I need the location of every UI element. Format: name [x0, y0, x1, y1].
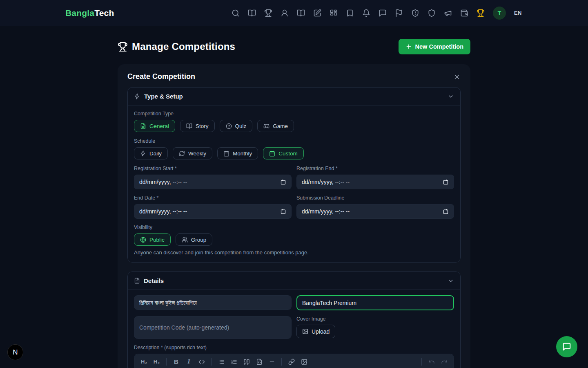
visibility-public-button[interactable]: Public [134, 233, 171, 246]
registration-start-input[interactable]: dd/mm/yyyy, --:-- -- [134, 175, 292, 189]
edit-icon[interactable] [313, 9, 321, 17]
heading-3-button[interactable]: H₃ [151, 356, 162, 367]
registration-end-input[interactable]: dd/mm/yyyy, --:-- -- [296, 175, 454, 189]
gamepad-icon [263, 123, 270, 129]
brand-logo[interactable]: BanglaTech [65, 8, 114, 18]
bullet-list-button[interactable] [216, 356, 227, 367]
section-details: Details Cover Image Upload [127, 272, 461, 368]
details-title: Details [144, 277, 444, 284]
brand-first: Bangla [65, 8, 94, 18]
main-content: Manage Competitions New Competition Crea… [118, 38, 470, 368]
visibility-options: Public Group [134, 233, 454, 246]
search-icon[interactable] [232, 9, 240, 17]
file-text-icon [140, 123, 146, 129]
file-text-icon [134, 278, 140, 284]
dev-badge[interactable]: N [7, 344, 23, 360]
redo-button[interactable] [439, 356, 450, 367]
chevron-down-icon [448, 278, 454, 284]
description-label: Description * (supports rich text) [134, 345, 454, 350]
type-setup-title: Type & Setup [144, 93, 444, 100]
upload-button[interactable]: Upload [296, 325, 335, 338]
schedule-custom-button[interactable]: Custom [263, 147, 304, 159]
page-trophy-icon [118, 42, 128, 52]
end-date-label: End Date * [134, 195, 292, 201]
submission-deadline-input[interactable]: dd/mm/yyyy, --:-- -- [296, 204, 454, 219]
flag-icon[interactable] [395, 9, 403, 17]
type-general-button[interactable]: General [134, 120, 175, 132]
visibility-label: Visibility [134, 224, 454, 230]
type-setup-header[interactable]: Type & Setup [128, 88, 460, 105]
toolbar-divider [281, 358, 282, 366]
dashboard-grid-icon[interactable] [330, 9, 338, 17]
megaphone-icon[interactable] [444, 9, 452, 17]
new-competition-button[interactable]: New Competition [399, 39, 470, 54]
schedule-weekly-button[interactable]: Weekly [173, 147, 212, 159]
visibility-help-text: Anyone can discover and join this compet… [134, 249, 454, 256]
book-open-icon[interactable] [248, 9, 256, 17]
zap-icon [140, 150, 146, 157]
link-button[interactable] [286, 356, 297, 367]
visibility-group-button[interactable]: Group [176, 233, 213, 246]
toolbar-divider [166, 358, 167, 366]
schedule-options: Daily Weekly Monthly Custom [134, 147, 454, 159]
trophy-icon[interactable] [264, 9, 272, 17]
title-bangla-input[interactable] [134, 295, 292, 310]
type-game-button[interactable]: Game [257, 120, 294, 132]
registration-start-label: Registration Start * [134, 166, 292, 171]
section-type-setup: Type & Setup Competition Type General St… [127, 87, 461, 263]
book-open-icon [186, 123, 192, 129]
page-title: Manage Competitions [132, 41, 235, 52]
bell-icon[interactable] [362, 9, 370, 17]
competition-type-options: General Story Quiz Game [134, 120, 454, 132]
schedule-monthly-button[interactable]: Monthly [217, 147, 258, 159]
insert-image-button[interactable] [298, 356, 310, 367]
rich-text-editor: H₂ H₃ B I [134, 354, 454, 368]
chat-icon[interactable] [379, 9, 387, 17]
language-toggle[interactable]: EN [514, 10, 522, 16]
calendar-picker-icon[interactable] [280, 179, 286, 185]
heading-2-button[interactable]: H₂ [138, 356, 149, 367]
editor-toolbar: H₂ H₃ B I [134, 354, 454, 368]
avatar[interactable]: T [493, 7, 506, 20]
trophy-active-icon[interactable] [477, 9, 485, 17]
chat-fab-button[interactable] [556, 336, 577, 357]
end-date-input[interactable]: dd/mm/yyyy, --:-- -- [134, 204, 292, 219]
refresh-icon [179, 150, 185, 157]
schedule-label: Schedule [134, 138, 454, 144]
bold-button[interactable]: B [171, 356, 182, 367]
new-competition-label: New Competition [415, 43, 463, 50]
code-block-button[interactable] [254, 356, 265, 367]
type-quiz-button[interactable]: Quiz [220, 120, 253, 132]
calendar-picker-icon[interactable] [443, 179, 449, 185]
horizontal-rule-button[interactable] [266, 356, 277, 367]
undo-button[interactable] [426, 356, 437, 367]
blockquote-button[interactable] [241, 356, 252, 367]
shield-icon[interactable] [428, 9, 436, 17]
ordered-list-button[interactable] [228, 356, 239, 367]
brand-second: Tech [94, 8, 114, 18]
calendar-picker-icon[interactable] [443, 209, 449, 215]
create-competition-panel: Create Competition Type & Setup Competit… [118, 64, 470, 368]
calendar-icon [269, 150, 275, 157]
users-icon [182, 237, 188, 243]
type-story-button[interactable]: Story [180, 120, 215, 132]
title-english-input[interactable] [296, 295, 454, 310]
schedule-daily-button[interactable]: Daily [134, 147, 168, 159]
inline-code-button[interactable] [196, 356, 207, 367]
calendar-picker-icon[interactable] [280, 209, 286, 215]
competition-type-label: Competition Type [134, 111, 454, 117]
close-icon[interactable] [453, 73, 461, 81]
globe-icon [140, 237, 146, 243]
wallet-icon[interactable] [460, 9, 468, 17]
user-icon[interactable] [281, 9, 289, 17]
message-square-icon [562, 342, 571, 351]
shield-alert-icon[interactable] [411, 9, 419, 17]
navbar-actions: T EN [232, 7, 522, 20]
italic-button[interactable]: I [183, 356, 194, 367]
top-navbar: BanglaTech T EN [0, 0, 588, 26]
competition-code-input[interactable] [134, 316, 292, 339]
details-header[interactable]: Details [128, 272, 460, 290]
bookmark-icon[interactable] [346, 9, 354, 17]
library-book-icon[interactable] [297, 9, 305, 17]
help-circle-icon [226, 123, 232, 129]
